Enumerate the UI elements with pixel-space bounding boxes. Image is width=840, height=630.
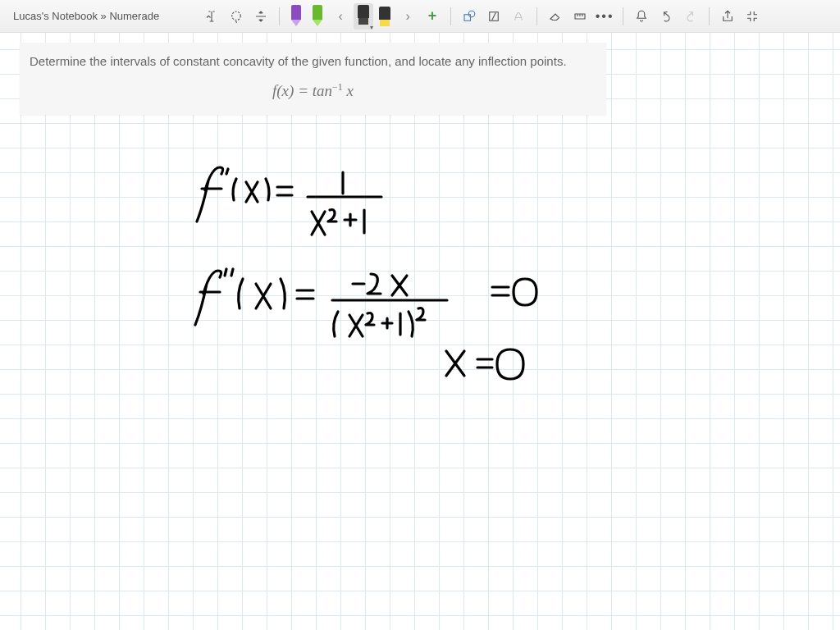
toolbar-divider (623, 7, 623, 25)
formula-exp: −1 (332, 81, 343, 93)
ruler-button[interactable] (568, 5, 591, 28)
chevron-right-icon: › (405, 9, 409, 24)
eraser-button[interactable] (544, 5, 567, 28)
highlighter-icon (378, 7, 391, 30)
formula-lhs: f(x) (272, 82, 294, 99)
breadcrumb-separator: » (101, 10, 107, 22)
toolbar: Lucas's Notebook » Numerade ‹ ▾ (0, 0, 840, 33)
handwritten-work (189, 148, 599, 394)
insert-space-button[interactable] (249, 5, 272, 28)
redo-icon (683, 9, 698, 24)
plus-icon: + (428, 7, 437, 25)
chevron-down-icon: ▾ (370, 24, 373, 31)
svg-point-2 (468, 11, 475, 17)
previous-pen-button[interactable]: ‹ (329, 5, 352, 28)
shapes-icon (462, 9, 477, 24)
ink-to-text-button[interactable] (507, 5, 530, 28)
toolbar-divider (536, 7, 537, 25)
notebook-name[interactable]: Lucas's Notebook (13, 10, 98, 22)
lasso-tool-button[interactable] (225, 5, 248, 28)
fullscreen-exit-icon (745, 9, 760, 24)
next-pen-button[interactable]: › (396, 5, 419, 28)
ink-to-shape-button[interactable] (482, 5, 505, 28)
problem-formula: f(x) = tan−1 x (30, 81, 596, 100)
text-cursor-icon (204, 9, 219, 24)
highlighter-yellow-button[interactable] (375, 3, 395, 30)
formula-eq: = (294, 82, 312, 99)
ink-to-shape-icon (486, 9, 501, 24)
lasso-icon (229, 9, 244, 24)
undo-icon (659, 9, 673, 24)
ink-to-text-icon (511, 9, 526, 24)
chevron-left-icon: ‹ (338, 9, 342, 24)
page-name[interactable]: Numerade (109, 10, 159, 22)
toolbar-divider (450, 7, 451, 25)
pen-green-button[interactable] (308, 3, 327, 30)
eraser-icon (548, 9, 563, 24)
problem-prompt: Determine the intervals of constant conc… (30, 54, 596, 68)
highlighter-icon (357, 5, 370, 28)
text-tool-button[interactable] (200, 5, 223, 28)
share-icon (720, 9, 735, 24)
notifications-button[interactable] (630, 5, 653, 28)
toolbar-divider (279, 7, 280, 25)
ruler-icon (573, 9, 587, 24)
formula-fn: tan (313, 82, 332, 99)
more-button[interactable]: ••• (593, 5, 616, 28)
breadcrumb: Lucas's Notebook » Numerade (7, 10, 166, 22)
ellipsis-icon: ••• (596, 9, 614, 24)
formula-var: x (343, 82, 354, 99)
shapes-button[interactable] (458, 5, 481, 28)
canvas[interactable]: Determine the intervals of constant conc… (0, 33, 840, 630)
undo-button[interactable] (655, 5, 678, 28)
redo-button[interactable] (679, 5, 702, 28)
pen-icon (312, 5, 323, 30)
bell-icon (634, 9, 649, 24)
pen-icon (290, 5, 302, 30)
pen-purple-button[interactable] (286, 3, 306, 30)
add-pen-button[interactable]: + (421, 5, 444, 28)
svg-point-0 (232, 11, 241, 21)
problem-card: Determine the intervals of constant conc… (20, 43, 606, 115)
fullscreen-exit-button[interactable] (741, 5, 764, 28)
insert-space-icon (253, 9, 268, 24)
share-button[interactable] (716, 5, 739, 28)
toolbar-divider (709, 7, 710, 25)
highlighter-black-button[interactable]: ▾ (354, 3, 373, 30)
